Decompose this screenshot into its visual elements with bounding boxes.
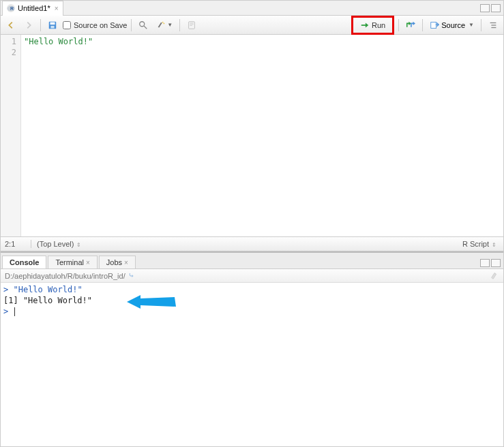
goto-directory-icon[interactable]: ⤷: [128, 271, 134, 280]
svg-rect-14: [431, 22, 436, 28]
close-icon[interactable]: ×: [124, 259, 128, 266]
r-script-icon: R: [7, 4, 15, 12]
run-button[interactable]: Run: [355, 18, 391, 33]
compile-report-button[interactable]: [184, 18, 199, 33]
show-outline-button[interactable]: [486, 18, 501, 33]
source-on-save-label: Source on Save: [74, 21, 127, 29]
svg-rect-11: [190, 24, 194, 25]
svg-point-5: [140, 21, 145, 26]
cursor-icon: [14, 307, 15, 316]
source-button[interactable]: Source ▼: [427, 20, 477, 30]
source-label: Source: [441, 21, 465, 29]
bottom-panel: Console Terminal × Jobs × D:/aephidayatu…: [1, 251, 503, 446]
code-tools-button[interactable]: ▼: [153, 18, 175, 33]
updown-icon: ⇕: [492, 242, 496, 248]
cursor-position[interactable]: 2:1: [5, 240, 31, 248]
editor-toolbar: Source on Save ▼ Run Source ▼: [1, 16, 503, 35]
tab-console[interactable]: Console: [2, 256, 46, 268]
run-button-highlight: Run: [351, 16, 394, 35]
chevron-down-icon: ▼: [167, 22, 173, 28]
line-number: 2: [3, 47, 16, 58]
source-on-save-checkbox[interactable]: Source on Save: [63, 21, 127, 29]
console-pane-controls: [480, 259, 503, 268]
working-directory[interactable]: D:/aephidayatuloh/R/buku/introR_id/: [5, 272, 125, 280]
code-line: "Hello World!": [24, 37, 93, 46]
maximize-pane-icon[interactable]: [491, 4, 501, 12]
minimize-pane-icon[interactable]: [480, 259, 490, 267]
tab-terminal[interactable]: Terminal ×: [48, 256, 97, 268]
tab-jobs[interactable]: Jobs ×: [99, 256, 136, 268]
console-prompt: >: [3, 307, 8, 316]
language-selector[interactable]: R Script⇕: [462, 240, 499, 248]
file-tab-title: Untitled1*: [18, 4, 50, 12]
console-pathbar: D:/aephidayatuloh/R/buku/introR_id/ ⤷: [1, 269, 503, 283]
back-button[interactable]: [3, 18, 18, 33]
svg-line-6: [144, 25, 147, 28]
line-number: 1: [3, 36, 16, 47]
close-icon[interactable]: ×: [86, 259, 90, 266]
run-label: Run: [372, 21, 385, 29]
svg-point-7: [162, 21, 164, 22]
editor-pane: 1 2 "Hello World!": [1, 35, 503, 236]
code-editor[interactable]: "Hello World!": [21, 35, 503, 236]
file-tab-untitled1[interactable]: R Untitled1* ×: [2, 1, 63, 16]
svg-text:R: R: [10, 6, 14, 11]
updown-icon: ⇕: [76, 242, 81, 248]
console-tabbar: Console Terminal × Jobs ×: [1, 253, 503, 269]
rerun-button[interactable]: [403, 18, 418, 33]
close-icon[interactable]: ×: [55, 5, 59, 12]
scope-selector[interactable]: (Top Level)⇕: [31, 240, 462, 248]
console-result: [1] "Hello World!": [3, 295, 501, 306]
forward-button[interactable]: [21, 18, 36, 33]
svg-point-8: [164, 22, 165, 24]
clear-console-icon[interactable]: [490, 271, 499, 281]
chevron-down-icon: ▼: [469, 22, 474, 28]
editor-pane-controls: [480, 4, 503, 12]
editor-tabbar: R Untitled1* ×: [1, 1, 503, 16]
find-replace-button[interactable]: [136, 18, 151, 33]
maximize-pane-icon[interactable]: [491, 259, 501, 267]
console-output[interactable]: > "Hello World!" [1] "Hello World!" >: [1, 283, 503, 446]
save-button[interactable]: [45, 18, 60, 33]
svg-rect-4: [50, 25, 54, 28]
svg-rect-10: [190, 22, 194, 23]
svg-rect-12: [190, 25, 193, 26]
svg-rect-3: [50, 22, 55, 25]
minimize-pane-icon[interactable]: [480, 4, 490, 12]
console-input-echo: "Hello World!": [8, 285, 82, 294]
editor-gutter: 1 2: [1, 35, 21, 236]
editor-statusbar: 2:1 (Top Level)⇕ R Script⇕: [1, 236, 503, 251]
